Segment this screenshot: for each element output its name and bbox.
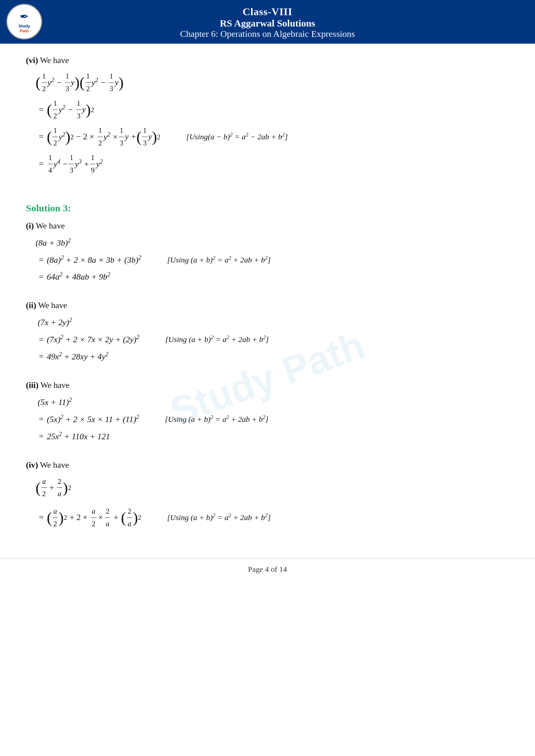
part-i-label: (i) We have: [26, 219, 509, 233]
header-class: Class-VIII: [3, 6, 532, 18]
logo-path-text: Path: [20, 28, 29, 33]
part-iii-label: (iii) We have: [26, 378, 509, 392]
page-header: ✒ Study Path Class-VIII RS Aggarwal Solu…: [0, 0, 535, 44]
part-ii-label: (ii) We have: [26, 298, 509, 312]
vi-expression: ( 12 y2 − 13 y ) ( 12 y2 − 13 y ) = ( 12…: [36, 70, 509, 176]
pen-icon: ✒: [20, 10, 29, 23]
logo-circle: ✒ Study Path: [7, 4, 42, 40]
part-iv-label: (iv) We have: [26, 458, 509, 472]
ii-expression: (7x + 2y)2 = (7x)2 + 2 × 7x × 2y + (2y)2…: [36, 315, 509, 364]
solution3-heading: Solution 3:: [26, 200, 509, 216]
header-book: RS Aggarwal Solutions: [3, 18, 532, 29]
part-vi-label: (vi) We have: [26, 53, 509, 68]
header-chapter: Chapter 6: Operations on Algebraic Expre…: [3, 29, 532, 39]
iv-expression: ( a2 + 2a ) 2 = ( a2 ) 2 + 2 × a2 × 2a +…: [36, 475, 509, 530]
logo-area: ✒ Study Path: [7, 4, 42, 40]
main-content: (vi) We have ( 12 y2 − 13 y ) ( 12 y2 − …: [0, 44, 535, 552]
i-expression: (8a + 3b)2 = (8a)2 + 2 × 8a × 3b + (3b)2…: [36, 236, 509, 284]
logo-study-text: Study: [18, 24, 30, 28]
iii-expression: (5x + 11)2 = (5x)2 + 2 × 5x × 11 + (11)2…: [36, 395, 509, 444]
page-number: Page 4 of 14: [248, 565, 287, 573]
page-footer: Page 4 of 14: [0, 558, 535, 577]
